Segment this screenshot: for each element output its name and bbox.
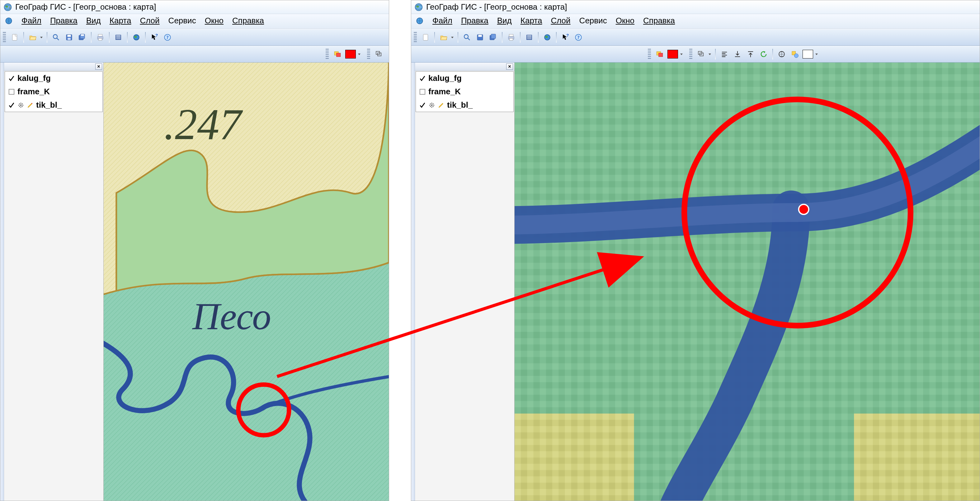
layer-row[interactable]: kalug_fg xyxy=(5,72,102,85)
menu-edit[interactable]: Правка xyxy=(50,16,78,25)
menu-edit[interactable]: Правка xyxy=(461,16,488,25)
menubar: Файл Правка Вид Карта Слой Сервис Окно С… xyxy=(0,14,389,29)
menu-window[interactable]: Окно xyxy=(616,16,635,25)
menu-view[interactable]: Вид xyxy=(86,16,101,25)
grid-globe-button[interactable] xyxy=(776,49,787,60)
bring-up-button[interactable] xyxy=(745,49,756,60)
checkbox-empty-icon xyxy=(419,88,426,95)
toolbar-grip[interactable] xyxy=(367,49,370,59)
svg-text:?: ? xyxy=(566,33,569,38)
toolbar-secondary xyxy=(0,46,389,62)
check-icon xyxy=(419,75,426,82)
menu-service[interactable]: Сервис xyxy=(579,16,607,25)
align-left-button[interactable] xyxy=(719,49,730,60)
menu-help[interactable]: Справка xyxy=(232,16,264,25)
svg-text:?: ? xyxy=(155,33,158,38)
menu-file[interactable]: Файл xyxy=(433,16,452,25)
surface-color-dropdown[interactable] xyxy=(815,49,819,60)
window-title: ГеоГраф ГИС - [Геогр_основа : карта] xyxy=(426,2,567,12)
open-button[interactable] xyxy=(438,32,449,43)
fill-color-dropdown[interactable] xyxy=(679,49,684,60)
menu-help[interactable]: Справка xyxy=(643,16,675,25)
print-button[interactable] xyxy=(506,32,517,43)
cascade-windows-button[interactable] xyxy=(695,49,707,60)
fill-color-swatch[interactable] xyxy=(345,49,356,60)
menu-layer[interactable]: Слой xyxy=(551,16,570,25)
help-button[interactable]: ? xyxy=(162,32,173,43)
cascade-windows-button[interactable] xyxy=(373,49,385,60)
menu-view[interactable]: Вид xyxy=(497,16,512,25)
dock-gutter[interactable] xyxy=(411,62,415,501)
save-all-button[interactable] xyxy=(76,32,88,43)
toolbar-secondary xyxy=(411,46,980,62)
save-button[interactable] xyxy=(474,32,486,43)
menu-service[interactable]: Сервис xyxy=(169,16,196,25)
new-button[interactable] xyxy=(420,32,431,43)
toolbar-grip[interactable] xyxy=(689,49,692,59)
layer-panel: × kalug_fg frame_K tik_bl_ xyxy=(4,62,103,501)
toolbar-grip[interactable] xyxy=(648,49,651,59)
save-all-button[interactable] xyxy=(487,32,499,43)
menu-window[interactable]: Окно xyxy=(205,16,224,25)
world-button[interactable] xyxy=(542,32,553,43)
whats-this-button[interactable]: ? xyxy=(149,32,160,43)
toolbar-main: ? ? xyxy=(411,29,980,46)
svg-point-4 xyxy=(53,35,57,38)
svg-rect-41 xyxy=(509,38,513,40)
window-list-button[interactable] xyxy=(113,32,124,43)
menu-file[interactable]: Файл xyxy=(21,16,41,25)
layer-row[interactable]: frame_K xyxy=(5,85,102,98)
svg-rect-66 xyxy=(854,414,980,501)
fill-color-swatch[interactable] xyxy=(667,49,678,60)
toolbar-grip[interactable] xyxy=(414,32,417,43)
panel-close-button[interactable]: × xyxy=(506,64,513,70)
layer-row[interactable]: kalug_fg xyxy=(416,72,513,85)
zoom-button[interactable] xyxy=(51,32,62,43)
svg-rect-10 xyxy=(81,34,84,36)
toolbar-grip[interactable] xyxy=(326,49,329,59)
map-viewport[interactable]: .247 Песо xyxy=(103,62,389,501)
cascade-dropdown[interactable] xyxy=(708,49,712,60)
check-icon xyxy=(8,102,15,108)
globe-icon[interactable] xyxy=(415,17,424,25)
layer-row[interactable]: tik_bl_ xyxy=(416,98,513,112)
window-list-button[interactable] xyxy=(523,32,535,43)
dock-gutter[interactable] xyxy=(0,62,4,501)
svg-rect-37 xyxy=(478,35,482,37)
print-button[interactable] xyxy=(95,32,106,43)
layer-row[interactable]: frame_K xyxy=(416,85,513,98)
svg-rect-13 xyxy=(99,38,102,40)
window-title: ГеоГраф ГИС - [Геогр_основа : карта] xyxy=(15,2,156,12)
zoom-button[interactable] xyxy=(461,32,473,43)
menu-layer[interactable]: Слой xyxy=(140,16,159,25)
save-button[interactable] xyxy=(64,32,75,43)
open-button[interactable] xyxy=(27,32,38,43)
layer-name: kalug_fg xyxy=(428,73,462,83)
svg-point-55 xyxy=(794,54,798,57)
help-button[interactable]: ? xyxy=(573,32,584,43)
layer-panel: × kalug_fg frame_K tik_bl_ xyxy=(415,62,515,501)
globe-icon[interactable] xyxy=(5,17,13,25)
send-down-button[interactable] xyxy=(732,49,743,60)
open-dropdown[interactable] xyxy=(39,32,44,43)
toolbar-grip[interactable] xyxy=(3,32,6,43)
panel-close-button[interactable]: × xyxy=(95,64,102,70)
layer-name: frame_K xyxy=(428,87,461,97)
menu-map[interactable]: Карта xyxy=(520,16,542,25)
map-viewport[interactable] xyxy=(515,62,980,501)
open-dropdown[interactable] xyxy=(450,32,455,43)
shape-tool-button[interactable] xyxy=(789,49,800,60)
layers-toggle-icon[interactable] xyxy=(654,49,665,60)
whats-this-button[interactable]: ? xyxy=(560,32,571,43)
undo-button[interactable] xyxy=(758,49,769,60)
fill-color-dropdown[interactable] xyxy=(357,49,361,60)
layer-row[interactable]: tik_bl_ xyxy=(5,98,102,112)
svg-point-25 xyxy=(20,105,21,106)
menu-map[interactable]: Карта xyxy=(110,16,131,25)
svg-rect-3 xyxy=(13,34,17,40)
svg-text:?: ? xyxy=(166,35,169,40)
layers-toggle-icon[interactable] xyxy=(332,49,343,60)
new-button[interactable] xyxy=(9,32,20,43)
surface-color-swatch[interactable] xyxy=(802,49,813,60)
world-button[interactable] xyxy=(131,32,142,43)
